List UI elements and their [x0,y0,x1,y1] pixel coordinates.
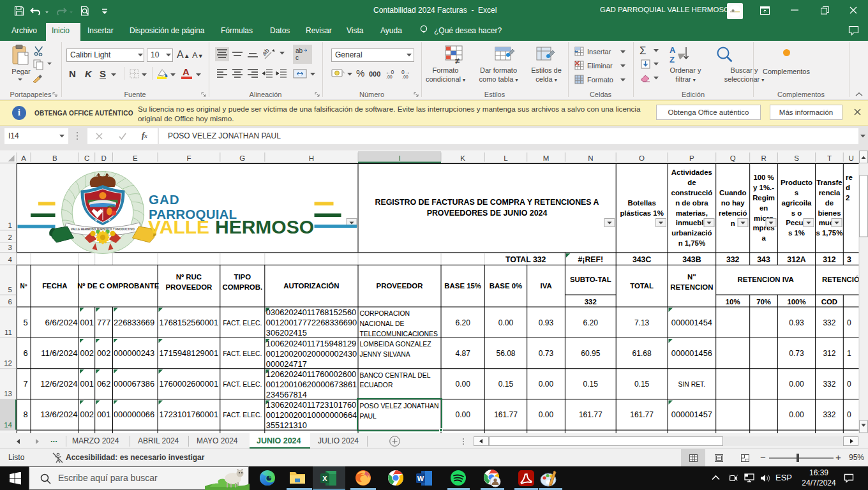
svg-text:343B: 343B [682,255,701,264]
svg-text:s 1%: s 1% [788,229,805,237]
svg-text:A: A [670,45,676,55]
svg-text:H: H [309,154,314,162]
svg-text:d: d [846,184,850,191]
svg-text:RETENCION IVA: RETENCION IVA [737,276,793,283]
svg-text:PROVEEDOR: PROVEEDOR [377,282,423,290]
svg-text:0: 0 [847,410,851,419]
svg-text:12: 12 [4,359,12,367]
svg-text:LOMBEIDA GONZALEZ: LOMBEIDA GONZALEZ [360,341,432,348]
svg-text:FACT. ELEC.: FACT. ELEC. [223,320,262,327]
svg-text:≠: ≠ [455,56,460,64]
svg-text:234567814: 234567814 [266,390,307,399]
svg-text:T: T [827,154,832,162]
svg-text:062: 062 [97,379,110,389]
svg-text:N: N [588,154,593,162]
svg-text:0.93: 0.93 [539,318,554,327]
svg-text:12062024011760002600: 12062024011760002600 [266,369,356,379]
svg-text:a: a [761,234,766,242]
svg-text:FACT. ELEC.: FACT. ELEC. [223,381,262,388]
svg-text:AUTORIZACIÓN: AUTORIZACIÓN [283,282,339,290]
svg-text:1715948129001: 1715948129001 [160,348,219,358]
svg-text:00120017772268336690: 00120017772268336690 [266,318,357,327]
svg-text:no hay: no hay [721,199,745,207]
svg-text:001: 001 [97,410,110,419]
svg-text:0.73: 0.73 [539,349,554,358]
svg-text:100%: 100% [787,298,805,306]
svg-text:P: P [689,154,694,162]
svg-text:000067386: 000067386 [114,379,154,389]
svg-text:6.20: 6.20 [455,318,470,327]
svg-text:001: 001 [80,379,93,389]
svg-text:construcció: construcció [671,189,713,197]
svg-text:002: 002 [80,410,93,419]
svg-text:Cuando: Cuando [719,189,746,197]
svg-text:1: 1 [8,221,12,229]
svg-text:14: 14 [4,421,12,429]
svg-text:355121310: 355121310 [266,420,307,430]
svg-text:001: 001 [80,318,93,327]
svg-text:1760002600001: 1760002600001 [160,379,219,389]
svg-text:X: X [322,475,327,482]
svg-text:0.00: 0.00 [789,410,804,419]
svg-text:0.73: 0.73 [789,349,804,358]
svg-text:plásticas 1%: plásticas 1% [620,209,663,217]
svg-text:agricoila: agricoila [782,199,812,207]
svg-text:SIN RET.: SIN RET. [678,381,705,388]
svg-text:161.77: 161.77 [630,410,654,419]
svg-text:inmueble: inmueble [676,219,708,226]
svg-text:n 1,75%: n 1,75% [678,239,705,247]
svg-text:G: G [239,154,245,162]
svg-text:332: 332 [726,255,740,264]
svg-text:VALLE: VALLE [148,216,209,237]
svg-text:10%: 10% [726,298,740,306]
svg-text:4.87: 4.87 [455,349,470,358]
svg-text:000001456: 000001456 [671,348,712,358]
svg-text:S: S [794,154,799,162]
svg-text:13/6/2024: 13/6/2024 [40,410,77,419]
svg-text:13062024011723101760: 13062024011723101760 [266,400,356,410]
svg-text:materias,: materias, [676,209,708,217]
svg-text:00120020020000002430: 00120020020000002430 [266,349,357,359]
svg-text:SUBTO-TAL: SUBTO-TAL [570,276,611,283]
svg-text:000024717: 000024717 [266,359,307,369]
svg-text:332: 332 [823,410,835,419]
svg-text:M: M [543,154,550,162]
svg-text:W: W [417,475,424,482]
svg-text:10062024011715948129: 10062024011715948129 [266,339,356,348]
svg-text:re: re [846,174,853,181]
svg-text:12/6/2024: 12/6/2024 [40,379,77,389]
svg-text:100 %: 100 % [753,174,774,181]
svg-text:6.20: 6.20 [583,318,599,327]
svg-text:1: 1 [847,349,851,358]
svg-text:CORPORACION: CORPORACION [360,310,410,317]
svg-text:bienes: bienes [818,209,841,217]
svg-text:TIPO: TIPO [234,273,251,281]
svg-text:6: 6 [8,298,12,306]
svg-text:ab: ab [263,48,271,57]
svg-text:Actividades: Actividades [671,168,712,176]
svg-text:8: 8 [23,410,27,419]
svg-text:R: R [761,154,766,162]
svg-text:FACT. ELEC.: FACT. ELEC. [223,412,262,419]
svg-text:0.00: 0.00 [455,410,470,419]
svg-text:13: 13 [4,390,12,397]
svg-text:TELECOMUNICACIONES: TELECOMUNICACIONES [360,330,438,338]
svg-text:L: L [504,154,508,162]
svg-text:POSO VELEZ JONATHAN: POSO VELEZ JONATHAN [360,403,439,410]
svg-text:332: 332 [823,380,835,389]
svg-text:0.15: 0.15 [583,380,599,389]
svg-text:306202415: 306202415 [266,328,307,338]
svg-text:de: de [825,199,834,207]
svg-text:Producto: Producto [781,179,812,186]
svg-text:7.13: 7.13 [634,318,650,327]
svg-text:Z: Z [670,55,675,64]
svg-text:161.77: 161.77 [494,410,518,419]
svg-text:4: 4 [8,256,13,264]
svg-text:K: K [460,154,465,162]
svg-text:B: B [52,154,57,162]
svg-text:Transfe: Transfe [816,179,842,186]
svg-text:RETENCION: RETENCION [670,283,713,291]
svg-text:0.93: 0.93 [789,318,804,327]
svg-text:GAD: GAD [149,192,180,207]
svg-text:BASE 0%: BASE 0% [490,282,522,290]
